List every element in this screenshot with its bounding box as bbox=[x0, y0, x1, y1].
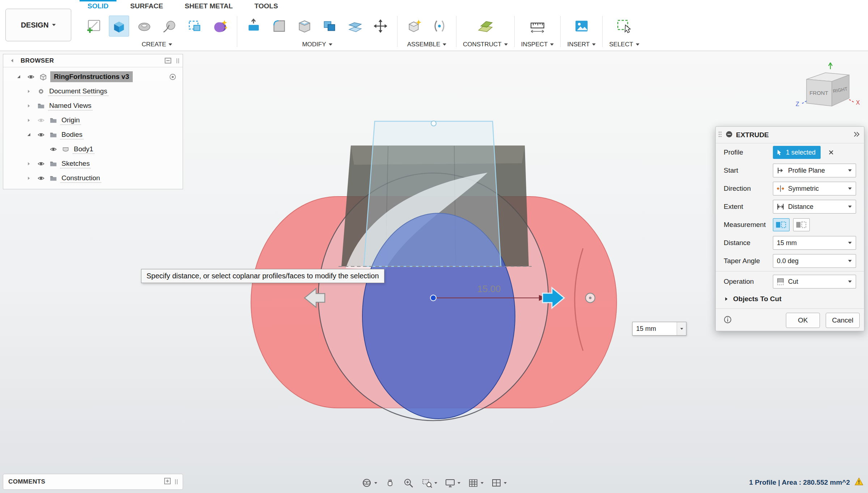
browser-item-bodies[interactable]: Bodies bbox=[3, 127, 183, 142]
extrude-button[interactable] bbox=[109, 16, 129, 37]
profile-center-point[interactable] bbox=[430, 295, 436, 301]
add-comment-icon[interactable] bbox=[163, 477, 171, 487]
select-menu[interactable]: SELECT bbox=[609, 40, 639, 51]
taper-angle-field[interactable] bbox=[774, 257, 846, 265]
press-pull-button[interactable] bbox=[244, 16, 264, 37]
browser-collapse-icon[interactable] bbox=[7, 58, 17, 63]
sketch-profile-outline[interactable] bbox=[364, 121, 501, 266]
create-sketch-button[interactable] bbox=[84, 16, 104, 37]
clear-selection-icon[interactable] bbox=[826, 148, 836, 157]
dialog-collapse-icon[interactable] bbox=[852, 131, 860, 139]
browser-item-document-settings[interactable]: Document Settings bbox=[3, 84, 183, 98]
move-copy-button[interactable] bbox=[370, 16, 391, 37]
select-button[interactable] bbox=[614, 16, 634, 37]
modify-menu[interactable]: MODIFY bbox=[302, 40, 332, 51]
dialog-separator bbox=[716, 271, 864, 271]
measurement-whole-toggle[interactable] bbox=[793, 218, 810, 231]
extrude-dialog-titlebar[interactable]: EXTRUDE bbox=[716, 127, 864, 143]
tab-sheet-metal[interactable]: SHEET METAL bbox=[174, 0, 244, 12]
shell-button[interactable] bbox=[294, 16, 315, 37]
browser-item-construction[interactable]: Construction bbox=[3, 171, 183, 185]
expand-arrow-icon[interactable] bbox=[24, 176, 34, 181]
browser-options-icon[interactable] bbox=[163, 56, 173, 65]
pattern-button[interactable] bbox=[185, 16, 205, 37]
browser-item-named-views[interactable]: Named Views bbox=[3, 98, 183, 113]
tab-tools[interactable]: TOOLS bbox=[244, 0, 289, 12]
create-form-button[interactable] bbox=[210, 16, 230, 37]
joint-button[interactable] bbox=[429, 16, 450, 37]
grid-settings[interactable] bbox=[468, 477, 484, 489]
chevron-down-icon[interactable] bbox=[846, 242, 854, 244]
info-icon[interactable] bbox=[724, 316, 732, 325]
start-dropdown[interactable]: Profile Plane bbox=[773, 164, 856, 177]
panel-grip-icon[interactable] bbox=[175, 479, 178, 484]
construct-menu[interactable]: CONSTRUCT bbox=[463, 40, 508, 51]
browser-item-root[interactable]: RingForInstructions v3 bbox=[3, 69, 183, 84]
design-menu-button[interactable]: DESIGN bbox=[5, 9, 71, 41]
expand-arrow-icon[interactable] bbox=[24, 118, 34, 123]
revolve-button[interactable] bbox=[134, 16, 154, 37]
tab-surface[interactable]: SURFACE bbox=[119, 0, 174, 12]
expand-arrow-icon[interactable] bbox=[24, 161, 34, 167]
insert-menu[interactable]: INSERT bbox=[567, 40, 596, 51]
combine-button[interactable] bbox=[320, 16, 340, 37]
chevron-down-icon bbox=[329, 43, 332, 46]
sketch-handle[interactable] bbox=[431, 121, 436, 126]
direction-dropdown[interactable]: Symmetric bbox=[773, 182, 856, 195]
distance-field[interactable] bbox=[774, 239, 846, 247]
item-label: Origin bbox=[60, 116, 81, 125]
cancel-button[interactable]: Cancel bbox=[826, 313, 860, 328]
construction-plane-button[interactable] bbox=[475, 16, 495, 37]
browser-item-sketches[interactable]: Sketches bbox=[3, 156, 183, 171]
sweep-button[interactable] bbox=[159, 16, 180, 37]
browser-item-origin[interactable]: Origin bbox=[3, 113, 183, 127]
distance-floating-field[interactable] bbox=[633, 322, 677, 335]
pan-tool[interactable] bbox=[384, 477, 396, 489]
extent-dropdown[interactable]: Distance bbox=[773, 200, 856, 214]
new-component-button[interactable] bbox=[404, 16, 424, 37]
operation-dropdown[interactable]: Cut bbox=[773, 275, 856, 288]
zoom-window-tool[interactable] bbox=[421, 477, 437, 489]
dialog-grip-icon[interactable] bbox=[718, 131, 722, 139]
distance-row: Distance bbox=[716, 234, 864, 252]
profile-plane-icon bbox=[776, 166, 785, 175]
visibility-eye-icon[interactable] bbox=[26, 73, 36, 81]
viewcube[interactable]: FRONT RIGHT X Z bbox=[793, 60, 867, 119]
visibility-eye-icon[interactable] bbox=[36, 131, 46, 139]
expand-arrow-icon[interactable] bbox=[24, 132, 34, 138]
inspect-menu[interactable]: INSPECT bbox=[521, 40, 554, 51]
profile-selected-chip[interactable]: 1 selected bbox=[773, 146, 821, 159]
rotate-manipulator[interactable] bbox=[586, 293, 595, 303]
objects-to-cut-section[interactable]: Objects To Cut bbox=[716, 291, 864, 307]
activate-radio-icon[interactable] bbox=[167, 73, 178, 81]
visibility-eye-off-icon[interactable] bbox=[36, 116, 46, 125]
visibility-eye-icon[interactable] bbox=[48, 145, 58, 153]
chevron-down-icon[interactable] bbox=[846, 260, 854, 262]
orbit-tool[interactable] bbox=[361, 477, 377, 489]
zoom-tool[interactable] bbox=[403, 477, 414, 489]
selection-status-text: 1 Profile | Area : 280.552 mm^2 bbox=[749, 479, 850, 486]
visibility-eye-icon[interactable] bbox=[36, 160, 46, 168]
model-canvas[interactable]: 15.00 BROWSER bbox=[0, 51, 868, 493]
ok-button[interactable]: OK bbox=[786, 313, 820, 328]
browser-item-body1[interactable]: Body1 bbox=[3, 142, 183, 156]
offset-face-button[interactable] bbox=[345, 16, 365, 37]
dialog-options-icon[interactable] bbox=[726, 131, 733, 139]
measure-button[interactable] bbox=[527, 16, 548, 37]
expand-arrow-icon[interactable] bbox=[24, 103, 34, 109]
create-menu[interactable]: CREATE bbox=[142, 40, 173, 51]
viewports[interactable] bbox=[491, 477, 507, 489]
fillet-button[interactable] bbox=[269, 16, 289, 37]
display-settings[interactable] bbox=[444, 477, 460, 489]
assemble-menu[interactable]: ASSEMBLE bbox=[407, 40, 447, 51]
comments-panel[interactable]: COMMENTS bbox=[3, 474, 183, 490]
tab-solid[interactable]: SOLID bbox=[77, 0, 119, 12]
expand-arrow-icon[interactable] bbox=[24, 89, 34, 94]
visibility-eye-icon[interactable] bbox=[36, 174, 46, 182]
measurement-half-toggle[interactable] bbox=[773, 218, 790, 231]
expand-arrow-icon[interactable] bbox=[13, 74, 24, 80]
chevron-down-icon[interactable] bbox=[677, 322, 686, 335]
warning-icon[interactable] bbox=[854, 477, 864, 488]
insert-canvas-button[interactable] bbox=[571, 16, 592, 37]
panel-grip-icon[interactable] bbox=[176, 58, 179, 63]
